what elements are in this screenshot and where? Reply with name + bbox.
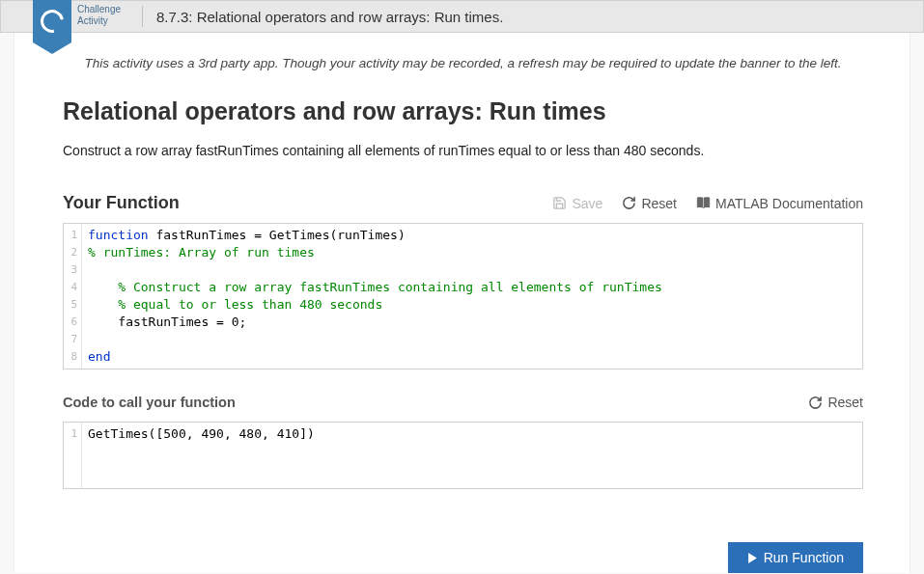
call-section-title: Code to call your function xyxy=(63,395,236,410)
call-code-editor[interactable]: 1 GetTimes([500, 490, 480, 410]) xyxy=(63,422,863,489)
your-function-title: Your Function xyxy=(63,193,180,213)
save-label: Save xyxy=(572,196,602,211)
c-icon xyxy=(36,5,68,37)
call-code-body[interactable]: GetTimes([500, 490, 480, 410]) xyxy=(82,423,862,488)
challenge-badge xyxy=(33,0,71,42)
third-party-notice: This activity uses a 3rd party app. Thou… xyxy=(63,56,863,70)
reset-label: Reset xyxy=(641,196,677,211)
content-area: This activity uses a 3rd party app. Thou… xyxy=(14,33,910,573)
svg-marker-2 xyxy=(748,553,757,563)
call-section-header: Code to call your function Reset xyxy=(63,395,863,410)
code-body[interactable]: function fastRunTimes = GetTimes(runTime… xyxy=(82,224,862,369)
page-title: Relational operators and row arrays: Run… xyxy=(63,97,863,125)
save-icon xyxy=(552,196,567,210)
call-reset-button[interactable]: Reset xyxy=(808,395,863,410)
line-numbers: 12345678 xyxy=(64,224,82,369)
instructions-text: Construct a row array fastRunTimes conta… xyxy=(63,143,863,158)
book-icon xyxy=(696,196,711,210)
function-actions: Save Reset MATLAB Documentation xyxy=(552,196,863,211)
reset-button[interactable]: Reset xyxy=(622,196,677,211)
save-button[interactable]: Save xyxy=(552,196,602,211)
activity-title: 8.7.3: Relational operators and row arra… xyxy=(156,9,503,25)
call-reset-label: Reset xyxy=(827,395,863,410)
function-code-editor[interactable]: 12345678 function fastRunTimes = GetTime… xyxy=(63,223,863,369)
badge-label: Challenge Activity xyxy=(77,4,121,27)
run-label: Run Function xyxy=(764,550,844,565)
reset-icon xyxy=(622,196,636,210)
call-line-numbers: 1 xyxy=(64,423,82,488)
docs-label: MATLAB Documentation xyxy=(715,196,863,211)
run-function-button[interactable]: Run Function xyxy=(728,542,863,573)
play-icon xyxy=(747,553,758,563)
reset-icon xyxy=(808,396,823,410)
your-function-header: Your Function Save Reset MATLAB Document… xyxy=(63,193,863,213)
docs-button[interactable]: MATLAB Documentation xyxy=(696,196,863,211)
header-divider xyxy=(142,6,143,27)
header-bar: 8.7.3: Relational operators and row arra… xyxy=(0,0,924,33)
